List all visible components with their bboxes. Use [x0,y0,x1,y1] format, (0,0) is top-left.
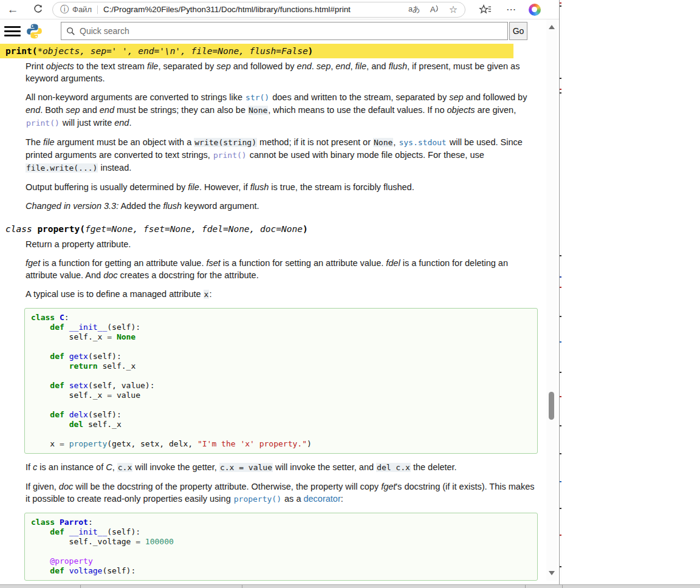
address-bar[interactable]: ⓘ Файл C:/Program%20Files/Python311/Doc/… [52,2,465,18]
code-token: (self): [107,527,140,536]
code-token: (self): [102,566,136,575]
emphasis-text: flush [163,201,182,211]
emphasis-text: doc [59,482,73,491]
signature-token: print [5,46,32,56]
code-line: def delx(self): [31,410,531,420]
code-line [31,342,531,352]
code-token: delx [69,410,88,419]
code-line: self._x = None [31,332,531,342]
page-scrollbar[interactable] [546,19,557,581]
code-token: getx [69,352,88,361]
emphasis-text: fdel [386,258,400,268]
signature-token: ( [80,224,85,234]
code-line: def __init__(self): [31,323,531,332]
settings-menu-icon[interactable]: ⋯ [506,4,516,15]
code-line: class C: [31,313,531,323]
emphasis-text: flush [250,182,269,192]
code-line [31,400,531,410]
favorite-star-icon[interactable]: ☆ [449,4,458,15]
page-info-icon[interactable]: ⓘ [60,4,69,15]
paragraph: The file argument must be an object with… [26,136,538,174]
code-line: @property [31,556,531,566]
emphasis-text: fget [26,258,40,268]
code-token: (getx, setx, delx, [107,439,197,448]
read-aloud-wave [436,5,439,12]
python-logo[interactable] [26,23,43,39]
code-token [64,352,69,361]
emphasis-text: file [43,137,55,147]
code-token [64,323,69,332]
translate-icon[interactable]: aあ [408,4,420,15]
code-token: class [31,313,55,322]
search-input[interactable] [61,22,508,40]
code-line: self._x = value [31,391,531,400]
code-line: def getx(self): [31,352,531,361]
code-token: self._x [98,361,136,371]
emphasis-text: objects [447,105,475,115]
code-token: Parrot [60,518,88,527]
search-icon [66,27,75,36]
code-token [31,352,50,361]
print-signature: print(*objects, sep=' ', end='\n', file=… [0,44,513,58]
code-token: self._x [31,332,107,341]
favorites-hub-icon[interactable] [479,4,492,15]
code-link[interactable]: print() [26,118,60,128]
code-token: self._x [83,420,122,429]
address-divider [97,5,98,14]
code-line: return self._x [31,361,531,371]
browser-toolbar: ← ⓘ Файл C:/Program%20Files/Python311/Do… [0,0,559,19]
read-aloud-icon[interactable]: A [430,5,439,14]
scrollbar-down-arrow[interactable] [549,571,555,575]
code-token: None [117,332,136,341]
code-token [31,381,50,390]
back-button[interactable]: ← [6,1,19,19]
code-link[interactable]: str() [245,93,270,102]
scrollbar-up-arrow[interactable] [549,25,555,29]
url-text[interactable]: C:/Program%20Files/Python311/Doc/html/li… [103,5,399,14]
doc-header: Go [0,19,546,43]
go-button[interactable]: Go [509,22,527,40]
emphasis-text: flush [388,61,407,71]
copilot-icon[interactable] [529,4,541,16]
signature-token: *objects, sep=' ', end='\n', file=None, … [37,46,307,56]
code-line [31,547,531,556]
code-token: (self, value): [88,381,155,390]
paragraph: A typical use is to define a managed att… [26,288,538,301]
menu-hamburger-icon[interactable] [4,24,21,39]
scrollbar-thumb[interactable] [549,392,554,420]
emphasis-text: doc [103,270,117,280]
paragraph: Output buffering is usually determined b… [26,181,538,193]
text-link[interactable]: decorator [303,494,340,504]
code-block: class C: def __init__(self): self._x = N… [24,308,538,454]
refresh-button[interactable] [32,4,44,16]
code-token: value [112,391,140,400]
code-token: @property [50,556,92,566]
emphasis-text: sep [449,92,463,102]
code-link[interactable]: property() [233,494,282,504]
paragraph: Changed in version 3.3: Added the flush … [26,200,538,212]
code-token: (self): [107,323,140,332]
code-token [31,527,50,536]
signature-token: fget=None, fset=None, fdel=None, doc=Non… [85,224,303,234]
signature-token: property [37,224,80,234]
code-token [140,537,145,546]
signature-token: class [5,224,37,234]
code-token: 100000 [145,537,174,546]
paragraph: All non-keyword arguments are converted … [26,91,538,129]
emphasis-text: end [114,118,129,128]
code-token: x [31,439,60,448]
page-content: Go print(*objects, sep=' ', end='\n', fi… [0,19,546,581]
code-token: (self): [88,410,122,419]
code-token: = [60,439,64,448]
code-token: voltage [69,566,103,575]
code-token: def [50,352,64,361]
code-line: def voltage(self): [31,566,531,576]
code-link[interactable]: print() [213,151,247,160]
code-line [31,429,531,439]
paragraph: Return a property attribute. [26,238,538,250]
code-token: def [50,527,64,536]
code-token: def [50,410,64,419]
code-link[interactable]: sys.stdout [398,138,447,147]
code-token: __init__ [69,527,108,536]
code-token [112,332,117,341]
